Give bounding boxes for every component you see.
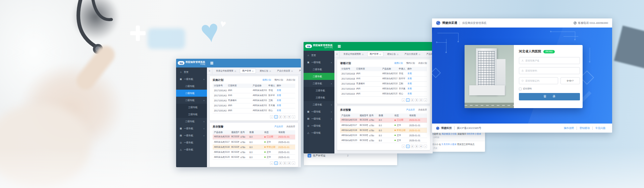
page-button[interactable]: ‹: [402, 98, 405, 102]
close-icon[interactable]: ⊙: [397, 53, 398, 55]
footer-link[interactable]: 密钥驱动: [577, 127, 592, 130]
tab[interactable]: 产品分类设置 ⊙: [275, 68, 295, 74]
page-button[interactable]: 2: [279, 115, 282, 119]
password-input[interactable]: [525, 69, 578, 72]
tab[interactable]: 资质证件效期预警 ⊙: [214, 68, 238, 74]
close-icon[interactable]: ⊙: [234, 70, 236, 72]
sidebar-item[interactable]: ▦ 一级导航 ∨: [176, 125, 207, 132]
sidebar-item[interactable]: 三级导航: [304, 87, 334, 94]
sidebar-item[interactable]: △ 一级导航: [304, 129, 334, 136]
page-button[interactable]: 4: [287, 161, 291, 165]
page-button[interactable]: 2: [279, 161, 282, 165]
sidebar-item[interactable]: ⌂ 首页: [304, 52, 334, 59]
page-button[interactable]: ›: [424, 145, 427, 148]
sidebar-item[interactable]: 三级导航: [176, 104, 207, 111]
stock-link[interactable]: 产品库存: [274, 125, 283, 128]
page-button[interactable]: 1: [406, 145, 410, 148]
tab[interactable]: 用户管理 ⊙: [240, 68, 256, 74]
feed-link[interactable]: 风韵精英小分队: [442, 133, 457, 135]
page-button[interactable]: ›: [424, 98, 427, 102]
password-field[interactable]: [519, 67, 580, 74]
view-link[interactable]: 查看: [408, 87, 412, 90]
page-button[interactable]: 4: [419, 145, 423, 148]
close-icon[interactable]: ⊙: [269, 70, 271, 72]
view-link[interactable]: 查看: [277, 104, 281, 106]
login-button[interactable]: 登 录: [519, 93, 580, 100]
sidebar-item[interactable]: 二级导航 ∨: [176, 118, 207, 125]
sidebar-item[interactable]: 三级导航: [304, 94, 334, 101]
close-icon[interactable]: ⊙: [379, 53, 381, 55]
captcha-question[interactable]: 6+8=?: [560, 77, 580, 84]
tab[interactable]: 资质证件效期预警 ⊙: [341, 52, 366, 57]
tab[interactable]: 产品分类设置 ⊙: [402, 52, 423, 57]
close-icon[interactable]: ⊙: [291, 70, 293, 72]
stock-link[interactable]: 高值库存: [418, 108, 427, 111]
sidebar-item[interactable]: ◎ 一级导航: [304, 122, 334, 129]
feed-link[interactable]: 5月日常小需求: [467, 133, 481, 135]
tab[interactable]: 用户管理 ⊙: [367, 52, 383, 57]
view-link[interactable]: 查看: [408, 82, 412, 85]
close-icon[interactable]: ⊙: [252, 70, 254, 72]
footer-link[interactable]: 操作说明: [561, 127, 577, 130]
view-link[interactable]: 查看: [408, 92, 412, 95]
sidebar-item[interactable]: △ 一级导航: [176, 146, 207, 153]
page-button[interactable]: 3: [415, 98, 418, 102]
page-button[interactable]: ‹: [270, 115, 273, 119]
sidebar-item[interactable]: 二级导航: [176, 83, 207, 90]
page-button[interactable]: 2: [411, 145, 414, 148]
view-link[interactable]: 查看: [277, 94, 281, 96]
page-button[interactable]: ›: [292, 115, 295, 119]
collapse-tabs-button[interactable]: «: [207, 67, 212, 74]
sidebar-item[interactable]: ▤ 一级导航 ∨: [304, 115, 334, 122]
sidebar-item[interactable]: ⌂ 首页: [176, 68, 207, 76]
collapse-tabs-button[interactable]: «: [334, 51, 340, 57]
page-button[interactable]: ‹: [402, 145, 405, 148]
page-button[interactable]: ›: [292, 161, 295, 165]
remember-password[interactable]: 记住密码: [519, 87, 580, 90]
page-button[interactable]: 3: [283, 115, 286, 119]
license-row[interactable]: ▤ 生产许可证 2: [308, 154, 348, 157]
sidebar-item[interactable]: 二级导航 ∨: [304, 101, 334, 108]
feed-item[interactable]: 付小小 在 5 月日常小需求 更新至已发布状态 3 天前: [429, 141, 485, 151]
page-button[interactable]: 3: [283, 161, 286, 165]
page-button[interactable]: 4: [287, 115, 291, 119]
close-icon[interactable]: ⊙: [362, 53, 364, 55]
captcha-input[interactable]: [525, 80, 556, 82]
menu-icon[interactable]: [210, 62, 213, 64]
sidebar-item[interactable]: 三级导航: [176, 111, 207, 118]
sidebar-item[interactable]: ◎ 一级导航: [176, 139, 207, 146]
page-button[interactable]: 2: [411, 98, 414, 102]
close-icon[interactable]: ⊙: [419, 53, 420, 55]
stock-link[interactable]: 产品库存: [406, 108, 415, 111]
page-button[interactable]: 3: [415, 145, 418, 148]
page-button[interactable]: 1: [274, 115, 278, 119]
feed-link[interactable]: 5 月日常小需求: [442, 143, 457, 145]
tab[interactable]: 通知公告 ⊙: [385, 52, 401, 57]
sidebar-item[interactable]: ▣ 一级导航 ∧: [176, 76, 207, 83]
page-button[interactable]: 4: [419, 98, 423, 102]
captcha-field[interactable]: [519, 77, 558, 84]
page-button[interactable]: 1: [274, 161, 278, 165]
plan-link[interactable]: 预约计划: [406, 62, 415, 65]
sidebar-item[interactable]: 二级导航: [304, 73, 334, 80]
plan-link[interactable]: 领用计划: [262, 79, 271, 82]
plan-link[interactable]: 高值计划: [418, 62, 427, 65]
tab[interactable]: 产品出库 ⊙: [424, 52, 433, 57]
view-link[interactable]: 查看: [277, 89, 281, 91]
username-field[interactable]: [519, 57, 580, 64]
sidebar-item[interactable]: 二级导航: [176, 90, 207, 97]
footer-link[interactable]: 常见问题: [592, 127, 608, 130]
menu-icon[interactable]: [338, 45, 341, 47]
checkbox-icon[interactable]: [519, 88, 522, 90]
plan-link[interactable]: 领用计划: [394, 62, 403, 65]
page-button[interactable]: 1: [406, 98, 410, 102]
username-input[interactable]: [525, 59, 578, 62]
sidebar-item[interactable]: ▦ 一级导航 ∨: [304, 108, 334, 115]
stock-link[interactable]: 高值库存: [286, 125, 295, 128]
sidebar-item[interactable]: ▤ 一级导航 ∨: [176, 132, 207, 139]
tab[interactable]: 产品出库 ⊙: [297, 68, 301, 74]
sidebar-item[interactable]: 二级导航: [304, 66, 334, 73]
sidebar-item[interactable]: 二级导航 ∧: [176, 97, 207, 104]
tab[interactable]: 通知公告 ⊙: [257, 68, 273, 74]
page-button[interactable]: ‹: [270, 161, 273, 165]
